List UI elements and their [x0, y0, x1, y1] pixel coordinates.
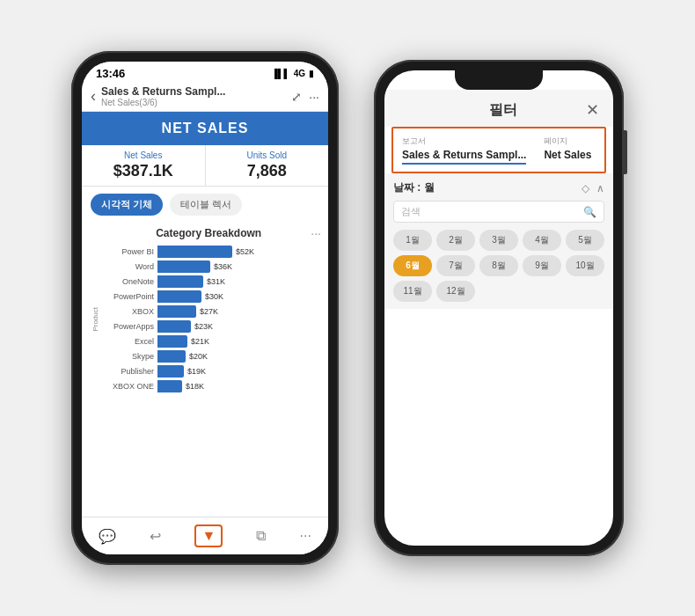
visual-tab[interactable]: 시각적 기체 — [91, 194, 163, 216]
month-chip[interactable]: 11월 — [393, 281, 432, 302]
phone1-screen: 13:46 ▐▌▌ 4G ▮ ‹ Sales & Returns Sampl..… — [82, 62, 328, 554]
net-sales-banner: NET SALES — [82, 112, 328, 145]
chart-bar-fill — [157, 350, 186, 363]
chart-bar-fill — [157, 380, 182, 392]
chart-bar-label: OneNote — [101, 277, 154, 286]
chart-row: PowerApps$23K — [101, 320, 321, 333]
app-header: ‹ Sales & Returns Sampl... Net Sales(3/6… — [82, 82, 328, 112]
signal-icon: ▐▌▌ — [271, 69, 289, 78]
banner-text: NET SALES — [162, 121, 249, 136]
chart-more-icon[interactable]: ··· — [311, 226, 321, 240]
chart-bar-label: Power BI — [101, 247, 154, 256]
chart-bar-label: PowerApps — [101, 322, 154, 331]
filter-report-section: 보고서 Sales & Returns Sampl... 페이지 Net Sal… — [391, 127, 606, 173]
search-icon[interactable]: 🔍 — [583, 206, 596, 218]
chart-section: Category Breakdown ··· Product Power BI$… — [82, 223, 328, 517]
filter-section-header: 날짜 : 월 ◇ ∧ — [393, 180, 604, 195]
month-chip[interactable]: 10월 — [566, 255, 604, 276]
more-nav-icon[interactable]: ··· — [300, 528, 311, 544]
copy-nav-icon[interactable]: ⧉ — [256, 528, 266, 544]
report-col-value: Sales & Returns Sampl... — [402, 149, 526, 165]
report-subtitle: Net Sales(3/6) — [101, 98, 286, 107]
chat-nav-icon[interactable]: 💬 — [99, 528, 116, 545]
chart-bar-value: $31K — [207, 277, 225, 286]
filter-nav-icon[interactable]: ▼ — [201, 528, 216, 543]
chart-bar-label: PowerPoint — [101, 292, 154, 301]
chart-row: Skype$20K — [101, 350, 321, 363]
chart-bars: Power BI$52KWord$36KOneNote$31KPowerPoin… — [101, 246, 321, 392]
units-sold-label: Units Sold — [209, 150, 326, 160]
chart-bar-value: $27K — [200, 307, 218, 316]
table-tab[interactable]: 테이블 렉서 — [170, 194, 242, 216]
report-col-page: 페이지 Net Sales — [544, 136, 591, 165]
search-placeholder: 검색 — [401, 205, 583, 218]
chart-bar-label: Publisher — [101, 367, 154, 376]
reset-icon[interactable]: ◇ — [582, 182, 589, 194]
notch — [455, 70, 543, 90]
chart-bar-fill — [157, 320, 191, 333]
chart-bar-fill — [157, 290, 201, 303]
chart-bar-fill — [157, 246, 232, 258]
chart-row: Power BI$52K — [101, 246, 321, 258]
chart-row: Word$36K — [101, 260, 321, 273]
y-axis-label: Product — [91, 307, 99, 332]
month-chip[interactable]: 3월 — [479, 230, 518, 251]
month-chip[interactable]: 2월 — [436, 230, 475, 251]
report-title: Sales & Returns Sampl... — [101, 85, 286, 98]
month-chip[interactable]: 6월 — [393, 255, 432, 276]
month-chip[interactable]: 8월 — [479, 255, 518, 276]
chart-bar-value: $21K — [191, 337, 209, 346]
net-sales-label: Net Sales — [85, 150, 201, 160]
toggle-row: 시각적 기체 테이블 렉서 — [82, 187, 328, 223]
report-row: 보고서 Sales & Returns Sampl... 페이지 Net Sal… — [402, 136, 596, 165]
month-grid: 1월2월3월4월5월6월7월8월9월10월11월12월 — [393, 230, 604, 302]
status-icons: ▐▌▌ 4G ▮ — [271, 69, 314, 78]
filter-date-section: 날짜 : 월 ◇ ∧ 검색 🔍 1월2월3월4월5월6월7월8월9월10월11월… — [384, 173, 613, 309]
chart-bar-label: Skype — [101, 352, 154, 361]
chart-row: XBOX ONE$18K — [101, 380, 321, 392]
units-sold-metric: Units Sold 7,868 — [206, 145, 329, 186]
header-icons: ⤢ ··· — [291, 90, 319, 104]
phone2-screen: 필터 ✕ 보고서 Sales & Returns Sampl... 페이지 Ne… — [384, 70, 613, 546]
collapse-icon[interactable]: ∧ — [596, 182, 604, 194]
chart-row: Publisher$19K — [101, 365, 321, 378]
phone1: 13:46 ▐▌▌ 4G ▮ ‹ Sales & Returns Sampl..… — [71, 51, 339, 565]
chart-row: Excel$21K — [101, 335, 321, 348]
metrics-row: Net Sales $387.1K Units Sold 7,868 — [82, 145, 328, 187]
chart-bar-value: $20K — [189, 352, 208, 361]
page-col-value: Net Sales — [544, 149, 591, 161]
month-chip[interactable]: 9월 — [523, 255, 561, 276]
month-chip[interactable]: 4월 — [523, 230, 561, 251]
more-icon[interactable]: ··· — [309, 90, 319, 104]
month-chip[interactable]: 7월 — [436, 255, 475, 276]
report-col-label: 보고서 — [402, 136, 526, 147]
chart-row: XBOX$27K — [101, 305, 321, 318]
header-title-block: Sales & Returns Sampl... Net Sales(3/6) — [101, 85, 286, 107]
report-col-report: 보고서 Sales & Returns Sampl... — [402, 136, 526, 165]
filter-section-icons: ◇ ∧ — [582, 182, 604, 194]
chart-bar-fill — [157, 275, 203, 288]
chart-bar-value: $23K — [194, 322, 213, 331]
month-chip[interactable]: 12월 — [436, 281, 475, 302]
back-button[interactable]: ‹ — [91, 87, 96, 106]
expand-icon[interactable]: ⤢ — [291, 90, 302, 104]
filter-close-button[interactable]: ✕ — [586, 100, 599, 120]
back-nav-icon[interactable]: ↩ — [150, 528, 161, 545]
chart-bar-label: XBOX ONE — [101, 382, 154, 391]
chart-bar-value: $36K — [214, 262, 232, 271]
chart-title: Category Breakdown — [106, 227, 311, 239]
filter-button-wrap[interactable]: ▼ — [194, 524, 223, 547]
chart-bar-value: $18K — [186, 382, 204, 391]
units-sold-value: 7,868 — [209, 162, 326, 180]
filter-title: 필터 — [420, 101, 586, 120]
chart-bar-value: $52K — [236, 247, 254, 256]
phone2: 필터 ✕ 보고서 Sales & Returns Sampl... 페이지 Ne… — [374, 60, 624, 556]
month-chip[interactable]: 5월 — [566, 230, 604, 251]
chart-bar-fill — [157, 260, 210, 273]
battery-icon: ▮ — [309, 69, 314, 78]
time: 13:46 — [96, 67, 125, 80]
month-chip[interactable]: 1월 — [393, 230, 432, 251]
chart-bar-fill — [157, 335, 187, 348]
net-sales-metric: Net Sales $387.1K — [82, 145, 206, 186]
date-section-title: 날짜 : 월 — [393, 180, 435, 195]
